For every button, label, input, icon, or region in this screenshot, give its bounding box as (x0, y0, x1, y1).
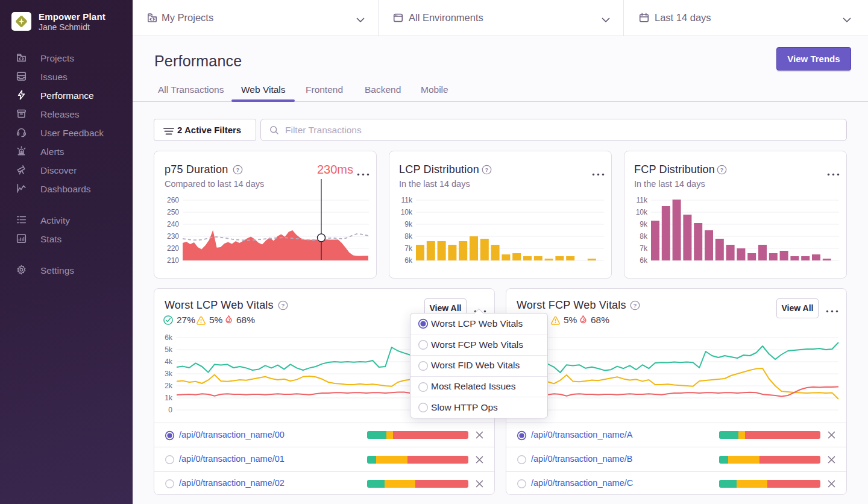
svg-text:5k: 5k (165, 345, 173, 354)
svg-text:7k: 7k (404, 244, 413, 253)
svg-text:6k: 6k (165, 333, 173, 342)
svg-text:9k: 9k (640, 220, 648, 228)
svg-text:4k: 4k (165, 358, 173, 366)
svg-text:10k: 10k (401, 208, 413, 216)
svg-text:10k: 10k (636, 208, 648, 216)
svg-text:6k: 6k (404, 256, 413, 265)
svg-text:0: 0 (168, 406, 172, 414)
svg-text:?: ? (634, 302, 637, 309)
svg-text:8k: 8k (404, 232, 413, 241)
svg-text:230: 230 (167, 232, 179, 241)
svg-text:240: 240 (167, 220, 179, 228)
svg-text:7k: 7k (640, 244, 648, 253)
svg-text:?: ? (281, 302, 285, 309)
svg-text:250: 250 (167, 208, 179, 216)
svg-text:3k: 3k (165, 370, 173, 378)
svg-text:2k: 2k (165, 382, 173, 390)
svg-text:9k: 9k (404, 220, 413, 228)
svg-text:6k: 6k (640, 256, 648, 265)
svg-text:11k: 11k (637, 196, 648, 204)
svg-text:1k: 1k (165, 394, 173, 402)
svg-text:260: 260 (167, 196, 179, 204)
svg-text:8k: 8k (640, 232, 648, 241)
svg-text:210: 210 (167, 256, 179, 265)
svg-text:11k: 11k (401, 196, 413, 204)
svg-text:220: 220 (167, 244, 179, 253)
